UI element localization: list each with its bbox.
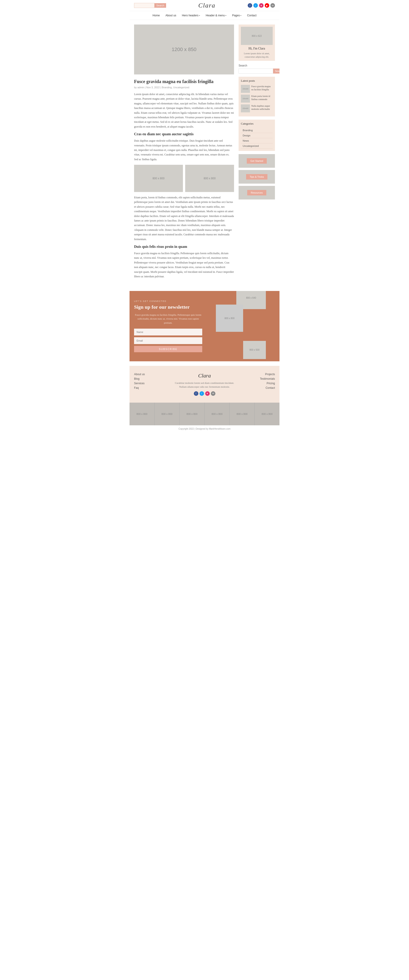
category-branding[interactable]: Branding: [241, 128, 273, 133]
latest-post-title-2[interactable]: Etiam porta lorem id finibus commodo: [251, 95, 273, 101]
newsletter-content: LET'S GET CONNECTED Sign up for our news…: [134, 300, 202, 352]
search-input[interactable]: [134, 3, 155, 8]
article-content: 1200 x 850 Fusce gravida magna eu facili…: [134, 24, 234, 282]
logo-text: Clara: [166, 2, 248, 9]
article-paragraph-4: Fusce gravida magna eu facilisis fringil…: [134, 251, 234, 279]
newsletter-form: SUBSCRIBE: [134, 329, 202, 352]
article-title: Fusce gravida magna eu facilisis fringil…: [134, 79, 234, 84]
footer-twitter-icon[interactable]: t: [200, 391, 204, 396]
footer-bottom: Copyright 2022 | Designed by MarkHendrik…: [129, 425, 280, 432]
article-heading-3: Duis quis felis risus proin in quam: [134, 245, 234, 249]
footer-instagram-icon[interactable]: ♥: [205, 391, 210, 396]
category-design[interactable]: Design: [241, 133, 273, 138]
chevron-down-icon: ▾: [225, 14, 226, 17]
sidebar-search-button[interactable]: Search: [273, 68, 280, 73]
newsletter-subscribe-button[interactable]: SUBSCRIBE: [134, 346, 202, 352]
list-item: 150x80 Etiam porta lorem id finibus comm…: [241, 95, 273, 103]
footer-projects-link[interactable]: Projects: [242, 373, 275, 376]
nav-home[interactable]: Home: [152, 14, 160, 17]
sidebar-search: Search Search: [238, 64, 275, 73]
tips-tricks-button[interactable]: Tips & Tricks: [246, 174, 268, 180]
footer-contact-link[interactable]: Contact: [242, 386, 275, 390]
copyright-text: Copyright 2022 | Designed by MarkHendrik…: [179, 428, 231, 430]
footer-gallery: 800 x 800 800 x 800 800 x 800 800 x 800 …: [129, 402, 280, 425]
newsletter-email-input[interactable]: [134, 337, 202, 344]
categories-title: Categories: [241, 122, 273, 126]
category-news[interactable]: News: [241, 138, 273, 143]
gallery-item-2: 800 x 800: [155, 402, 179, 425]
sidebar-search-input[interactable]: [238, 68, 273, 73]
article-paragraph-2: Duis dapibus augue molestie sollicitudin…: [134, 138, 234, 162]
footer-about-link[interactable]: About us: [134, 373, 167, 376]
twitter-icon[interactable]: t: [253, 3, 258, 8]
latest-post-title-3[interactable]: Nulla dapibus augue molestie sollicitudi…: [251, 104, 273, 111]
sidebar-search-label: Search: [238, 64, 275, 67]
article-paragraph-1: Lorem ipsum dolor sit amet, consectetur …: [134, 92, 234, 129]
gallery-item-6: 800 x 800: [255, 402, 280, 425]
newsletter-tag: LET'S GET CONNECTED: [134, 300, 202, 302]
category-uncategorized[interactable]: Uncategorized: [241, 143, 273, 149]
youtube-icon[interactable]: ▶: [265, 3, 269, 8]
cta-resources: Resources: [238, 186, 275, 199]
footer-center: Clara Curabitur molestie lorem sed diam …: [171, 373, 238, 396]
latest-post-image-1: 150x80: [241, 85, 250, 93]
site-logo[interactable]: Clara: [166, 2, 248, 9]
profile-name: Hi, I'm Clara: [241, 47, 273, 50]
footer-description: Curabitur molestie lorem sed diam condim…: [171, 381, 238, 389]
chevron-down-icon: ▾: [240, 14, 241, 17]
footer-facebook-icon[interactable]: f: [194, 391, 198, 396]
nav-header-menu[interactable]: Header & menu ▾: [206, 14, 226, 17]
list-item: 150x80 Nulla dapibus augue molestie soll…: [241, 104, 273, 112]
newsletter-image-3: 800 x 500: [243, 341, 266, 359]
email-icon[interactable]: ✉: [270, 3, 275, 8]
top-bar: Search Clara f t ♥ ▶ ✉: [129, 0, 280, 11]
article-image-row: 800 x 800 800 x 800: [134, 165, 234, 192]
article-body: Lorem ipsum dolor sit amet, consectetur …: [134, 92, 234, 279]
sidebar-search-wrap: Search: [238, 68, 275, 73]
latest-posts-title: Latest posts: [241, 79, 273, 83]
social-icons: f t ♥ ▶ ✉: [248, 3, 275, 8]
newsletter-image-2: 800 x 800: [216, 305, 243, 332]
newsletter-description: Fusce gravida magna eu facilisis fringil…: [134, 313, 202, 325]
footer-logo: Clara: [171, 373, 238, 379]
latest-posts-section: Latest posts 150x80 Fusce gravida magna …: [238, 77, 275, 116]
latest-post-title-1[interactable]: Fusce gravida magna eu facilisis fringil…: [251, 85, 273, 91]
nav-hero-headers[interactable]: Hero headers ▾: [182, 14, 200, 17]
get-started-button[interactable]: Get Started: [247, 158, 267, 164]
article-paragraph-3: Etiam porta, lorem id finibus commodo, e…: [134, 195, 234, 242]
search-button[interactable]: Search: [155, 3, 166, 8]
latest-post-image-2: 150x80: [241, 95, 250, 103]
main-nav: Home About us Hero headers ▾ Header & me…: [129, 11, 280, 20]
latest-post-image-3: 150x80: [241, 104, 250, 112]
list-item: 150x80 Fusce gravida magna eu facilisis …: [241, 85, 273, 93]
footer-top: About us Blog Services Faq Clara Curabit…: [129, 366, 280, 402]
article-image-2: 800 x 800: [185, 165, 234, 192]
footer-testimonials-link[interactable]: Testimonials: [242, 377, 275, 380]
facebook-icon[interactable]: f: [248, 3, 252, 8]
hero-image: 1200 x 850: [134, 24, 234, 75]
newsletter-images: 800 x 640 800 x 800 800 x 500: [207, 291, 280, 361]
footer-right-links: Projects Testimonials Pricing Contact: [242, 373, 275, 391]
article-meta: by admin | Nov 3, 2022 | Branding, Uncat…: [134, 86, 234, 89]
article-image-1: 800 x 800: [134, 165, 183, 192]
footer-faq-link[interactable]: Faq: [134, 386, 167, 390]
footer-pricing-link[interactable]: Pricing: [242, 382, 275, 385]
cta-tips-tricks: Tips & Tricks: [238, 170, 275, 184]
search-bar: Search: [134, 3, 166, 8]
newsletter-name-input[interactable]: [134, 329, 202, 336]
nav-contact[interactable]: Contact: [247, 14, 256, 17]
categories-section: Categories Branding Design News Uncatego…: [238, 119, 275, 151]
gallery-item-5: 800 x 800: [230, 402, 255, 425]
newsletter-section: LET'S GET CONNECTED Sign up for our news…: [129, 291, 280, 361]
newsletter-title: Sign up for our newsletter: [134, 304, 202, 310]
footer-email-icon[interactable]: ✉: [211, 391, 216, 396]
footer-services-link[interactable]: Services: [134, 382, 167, 385]
chevron-down-icon: ▾: [199, 14, 200, 17]
nav-about[interactable]: About us: [165, 14, 176, 17]
footer-blog-link[interactable]: Blog: [134, 377, 167, 380]
article-heading-2: Cras eu diam nec quam auctor sagittis: [134, 132, 234, 136]
sidebar-profile: 800 x 622 Hi, I'm Clara Lorem ipsum dolo…: [238, 24, 275, 61]
nav-pages[interactable]: Pages ▾: [232, 14, 241, 17]
resources-button[interactable]: Resources: [247, 190, 267, 196]
instagram-icon[interactable]: ♥: [259, 3, 264, 8]
